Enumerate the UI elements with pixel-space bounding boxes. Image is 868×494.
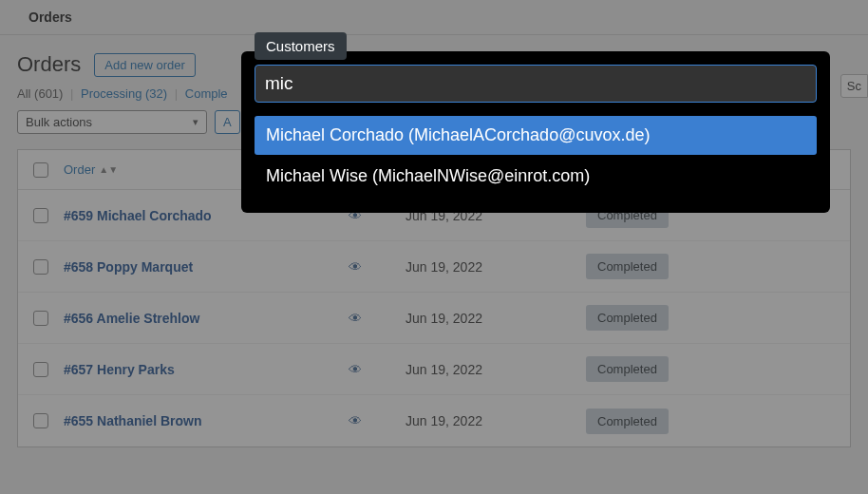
- preview-icon[interactable]: 👁: [349, 311, 406, 326]
- row-checkbox[interactable]: [33, 311, 48, 326]
- apply-button[interactable]: A: [215, 110, 240, 134]
- order-date: Jun 19, 2022: [406, 413, 586, 428]
- table-row[interactable]: #655 Nathaniel Brown 👁 Jun 19, 2022 Comp…: [18, 395, 850, 446]
- filter-all[interactable]: All (601): [17, 86, 66, 101]
- filter-all-label: All: [17, 86, 30, 101]
- bulk-actions-label: Bulk actions: [26, 115, 92, 129]
- row-checkbox[interactable]: [33, 259, 48, 275]
- order-date: Jun 19, 2022: [406, 311, 586, 326]
- filter-completed[interactable]: Comple: [185, 86, 228, 101]
- autocomplete-category-label: Customers: [255, 32, 347, 60]
- status-badge: Completed: [586, 356, 669, 382]
- table-row[interactable]: #658 Poppy Marquet 👁 Jun 19, 2022 Comple…: [18, 241, 850, 293]
- order-link[interactable]: #657 Henry Parks: [64, 362, 349, 377]
- preview-icon[interactable]: 👁: [349, 362, 406, 377]
- sort-icon: ▲▼: [99, 164, 118, 175]
- separator: |: [175, 86, 178, 101]
- filter-processing-label: Processing: [81, 86, 142, 101]
- autocomplete-panel: Michael Corchado (MichaelACorchado@cuvox…: [241, 51, 830, 213]
- bulk-actions-select[interactable]: Bulk actions ▾: [17, 110, 207, 134]
- preview-icon[interactable]: 👁: [349, 413, 406, 428]
- status-badge: Completed: [586, 305, 669, 331]
- page-title: Orders: [17, 52, 81, 77]
- filter-processing-count: (32): [145, 86, 167, 101]
- table-row[interactable]: #657 Henry Parks 👁 Jun 19, 2022 Complete…: [18, 344, 850, 395]
- order-link[interactable]: #658 Poppy Marquet: [64, 259, 349, 275]
- autocomplete-list: Michael Corchado (MichaelACorchado@cuvox…: [255, 116, 817, 196]
- separator: |: [70, 86, 73, 101]
- status-badge: Completed: [586, 254, 669, 279]
- col-order-label: Order: [64, 162, 95, 177]
- row-checkbox[interactable]: [33, 208, 48, 223]
- chevron-down-icon: ▾: [193, 116, 198, 128]
- order-date: Jun 19, 2022: [406, 362, 586, 377]
- add-new-order-button[interactable]: Add new order: [94, 53, 196, 77]
- autocomplete-item[interactable]: Michael Wise (MichaelNWise@einrot.com): [255, 157, 817, 196]
- filter-all-count: (601): [34, 86, 63, 101]
- table-row[interactable]: #656 Amelie Strehlow 👁 Jun 19, 2022 Comp…: [18, 293, 850, 344]
- screen-options-button[interactable]: Sc: [840, 74, 868, 98]
- order-link[interactable]: #655 Nathaniel Brown: [64, 413, 349, 428]
- row-checkbox[interactable]: [33, 413, 48, 428]
- customer-search-input[interactable]: [255, 65, 817, 103]
- preview-icon[interactable]: 👁: [349, 259, 406, 275]
- select-all-checkbox[interactable]: [33, 162, 48, 178]
- order-date: Jun 19, 2022: [406, 259, 586, 275]
- order-link[interactable]: #656 Amelie Strehlow: [64, 311, 349, 326]
- filter-processing[interactable]: Processing (32): [81, 86, 171, 101]
- autocomplete-item[interactable]: Michael Corchado (MichaelACorchado@cuvox…: [255, 116, 817, 155]
- tab-orders[interactable]: Orders: [0, 0, 868, 35]
- row-checkbox[interactable]: [33, 362, 48, 377]
- status-badge: Completed: [586, 408, 669, 434]
